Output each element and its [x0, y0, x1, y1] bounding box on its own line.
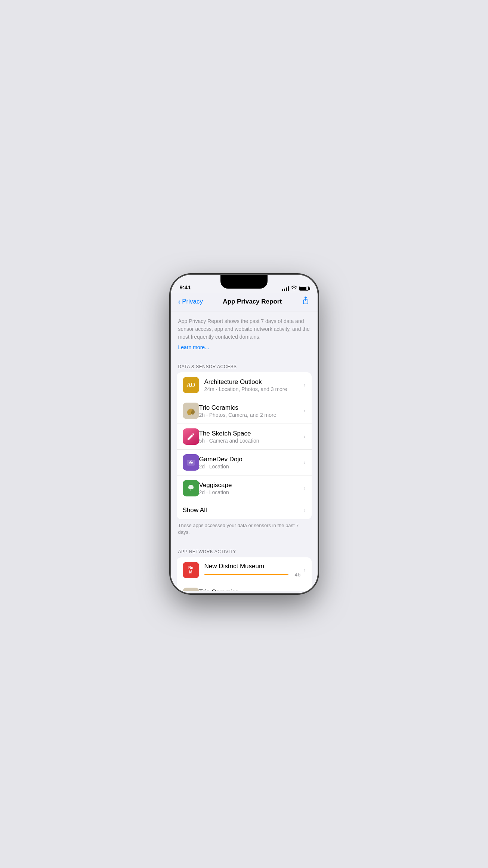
sketch-space-icon [183, 428, 199, 445]
chevron-right-icon: › [303, 485, 305, 492]
data-sensor-footer: These apps accessed your data or sensors… [171, 519, 318, 543]
sketch-space-text: The Sketch Space 5h · Camera and Locatio… [199, 430, 304, 444]
item-subtitle: 24m · Location, Photos, and 3 more [204, 386, 304, 392]
item-subtitle: 2d · Location [199, 464, 304, 470]
list-item[interactable]: ND M New District Museum 46 [177, 557, 312, 583]
list-item[interactable]: Veggiscape 2d · Location › [177, 475, 312, 501]
item-subtitle: 5h · Camera and Location [199, 438, 304, 444]
main-content: App Privacy Report shows the past 7 days… [171, 311, 318, 591]
intro-text: App Privacy Report shows the past 7 days… [178, 317, 310, 341]
back-button[interactable]: ‹ Privacy [178, 298, 203, 305]
list-item[interactable]: Trio Ceramics 30 › [177, 583, 312, 591]
share-button[interactable] [302, 296, 310, 307]
trio-ceramics-network-icon [183, 588, 199, 591]
status-icons [282, 286, 309, 291]
architecture-outlook-text: Architecture Outlook 24m · Location, Pho… [204, 378, 304, 392]
notch [220, 275, 268, 289]
gamedev-dojo-icon: G [183, 454, 199, 471]
back-label: Privacy [182, 298, 203, 305]
wifi-icon [291, 286, 297, 291]
item-title: Trio Ceramics [199, 404, 304, 412]
chevron-right-icon: › [303, 459, 305, 466]
item-title: Trio Ceramics [199, 588, 301, 591]
svg-point-3 [189, 409, 192, 412]
item-title: The Sketch Space [199, 430, 304, 437]
item-subtitle: 2d · Location [199, 489, 304, 495]
new-district-museum-text: New District Museum 46 [204, 563, 301, 578]
network-list: ND M New District Museum 46 [177, 557, 312, 591]
data-sensor-header: DATA & SENSOR ACCESS [171, 358, 318, 372]
veggiscape-text: Veggiscape 2d · Location [199, 481, 304, 495]
trio-ceramics-text: Trio Ceramics 2h · Photos, Camera, and 2… [199, 404, 304, 418]
status-time: 9:41 [180, 284, 191, 291]
list-item[interactable]: AO Architecture Outlook 24m · Location, … [177, 372, 312, 398]
bar-track [204, 574, 290, 575]
battery-icon [299, 286, 309, 291]
veggiscape-icon [183, 480, 199, 496]
data-sensor-section: DATA & SENSOR ACCESS AO Architecture Out… [171, 358, 318, 543]
list-item[interactable]: G GameDev Dojo 2d · Location › [177, 450, 312, 475]
learn-more-link[interactable]: Learn more... [178, 344, 209, 350]
page-title: App Privacy Report [223, 298, 282, 305]
item-title: New District Museum [204, 563, 301, 570]
architecture-outlook-icon: AO [183, 377, 199, 393]
chevron-right-icon: › [303, 567, 305, 573]
network-section-header: APP NETWORK ACTIVITY [171, 543, 318, 557]
item-title: GameDev Dojo [199, 456, 304, 463]
data-sensor-list: AO Architecture Outlook 24m · Location, … [177, 372, 312, 519]
list-item[interactable]: Trio Ceramics 2h · Photos, Camera, and 2… [177, 398, 312, 424]
item-subtitle: 2h · Photos, Camera, and 2 more [199, 412, 304, 418]
phone-frame: 9:41 [171, 275, 318, 593]
intro-section: App Privacy Report shows the past 7 days… [171, 311, 318, 358]
chevron-right-icon: › [303, 382, 305, 388]
bar-fill [204, 574, 288, 575]
bar-count: 46 [291, 572, 300, 578]
trio-ceramics-icon [183, 403, 199, 419]
nav-bar: ‹ Privacy App Privacy Report [171, 293, 318, 311]
chevron-right-icon: › [303, 433, 305, 440]
network-section: APP NETWORK ACTIVITY ND M New District M… [171, 543, 318, 591]
list-item[interactable]: The Sketch Space 5h · Camera and Locatio… [177, 424, 312, 450]
phone-screen: 9:41 [171, 275, 318, 593]
trio-ceramics-network-text: Trio Ceramics 30 [199, 588, 301, 591]
chevron-right-icon: › [303, 507, 305, 514]
chevron-right-icon: › [303, 407, 305, 414]
gamedev-dojo-text: GameDev Dojo 2d · Location [199, 456, 304, 470]
network-bar: 46 [204, 572, 301, 578]
svg-rect-7 [191, 489, 191, 491]
show-all-button[interactable]: Show All › [177, 501, 312, 519]
item-title: Veggiscape [199, 481, 304, 489]
signal-bars-icon [282, 286, 289, 291]
battery-fill [300, 287, 307, 290]
svg-text:G: G [190, 460, 193, 464]
back-chevron-icon: ‹ [178, 298, 181, 305]
new-district-museum-icon: ND M [183, 562, 199, 578]
show-all-label: Show All [183, 507, 304, 514]
item-title: Architecture Outlook [204, 378, 304, 386]
